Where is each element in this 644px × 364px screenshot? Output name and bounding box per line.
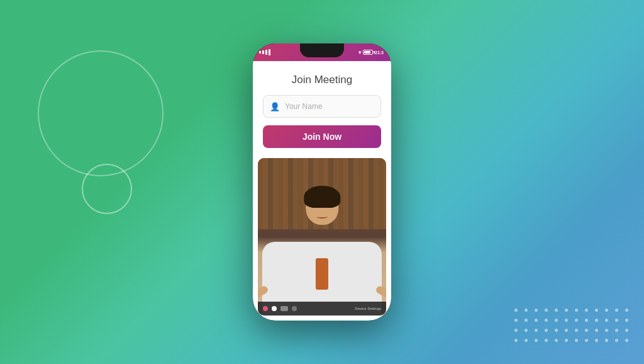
phone-device: ▾ 21:3 Join Meeting 👤 Your Name Join: [253, 43, 391, 321]
name-input-field[interactable]: 👤 Your Name: [263, 95, 381, 118]
person-smile: [316, 215, 328, 219]
background: // Will be rendered by the template scri…: [0, 0, 644, 364]
phone-screen: Join Meeting 👤 Your Name Join Now: [253, 61, 391, 321]
control-dot-pink[interactable]: [263, 306, 268, 311]
arm-right: [375, 285, 386, 300]
video-section: Device Settings: [258, 158, 386, 316]
signal-bar-4: [269, 49, 270, 55]
arm-left: [258, 285, 269, 300]
screen-top-section: Join Meeting 👤 Your Name Join Now: [253, 61, 391, 158]
time-display: 21:3: [375, 50, 384, 55]
user-icon: 👤: [270, 102, 280, 111]
signal-bar-3: [265, 50, 267, 55]
join-meeting-title: Join Meeting: [263, 74, 381, 86]
signal-bar-2: [262, 50, 264, 54]
dot-grid: // Will be rendered by the template scri…: [514, 309, 631, 345]
video-controls-bar: Device Settings: [258, 302, 386, 316]
control-dot-gray[interactable]: [292, 306, 297, 311]
deco-circle-large: [38, 50, 164, 176]
control-dot-white[interactable]: [272, 306, 277, 311]
phone-notch: [300, 43, 344, 57]
person-figure: [267, 182, 376, 316]
status-right: ▾ 21:3: [358, 50, 384, 55]
deco-circle-small: [82, 164, 132, 214]
signal-bar-1: [259, 51, 261, 54]
home-indicator[interactable]: [303, 316, 341, 318]
battery-icon: [363, 50, 373, 55]
input-placeholder-text: Your Name: [285, 102, 323, 111]
video-placeholder: Device Settings: [258, 158, 386, 316]
wifi-icon: ▾: [358, 50, 361, 55]
device-settings-label[interactable]: Device Settings: [355, 307, 381, 310]
person-scarf: [316, 258, 328, 290]
join-now-button[interactable]: Join Now: [263, 125, 381, 148]
phone-wrapper: ▾ 21:3 Join Meeting 👤 Your Name Join: [253, 43, 391, 321]
control-rect[interactable]: [280, 306, 288, 311]
battery-fill: [364, 51, 370, 54]
video-controls-left: [263, 306, 297, 311]
person-hair: [304, 186, 340, 208]
signal-area: [259, 49, 271, 55]
